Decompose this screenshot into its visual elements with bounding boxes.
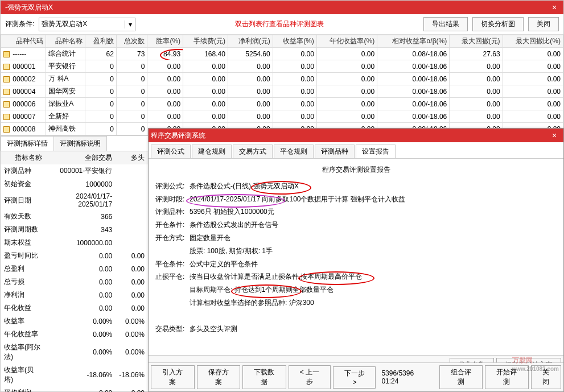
left-tabs: 评测指标详情 评测指标说明 [1, 136, 148, 151]
detail-h2: 多头 [116, 151, 148, 164]
left-panel: 评测指标详情 评测指标说明 指标名称 全部交易 多头 评测品种000001-平安… [1, 136, 149, 392]
next-button[interactable]: 下一步 > [333, 366, 376, 389]
detail-table: 指标名称 全部交易 多头 评测品种000001-平安银行初始资金1000000评… [1, 151, 148, 392]
report-titlebar[interactable]: 程序交易评测系统 × [149, 129, 563, 142]
report-title: 程序交易评测系统 [151, 131, 205, 141]
table-row[interactable]: 000004国华网安000.000.000.000.000.000.00/-18… [1, 85, 563, 98]
report-tab[interactable]: 建仓规则 [192, 145, 232, 158]
detail-row: 有效天数366 [1, 210, 148, 223]
col-header[interactable]: 净利润(元) [228, 35, 273, 48]
target-highlight: 持仓达到1个周期 [234, 286, 286, 294]
prev-button[interactable]: < 上一步 [289, 365, 331, 389]
col-header[interactable]: 最大回撤(元) [450, 35, 503, 48]
report-tabs: 评测公式建仓规则交易方式平仓规则评测品种设置报告 [149, 142, 563, 159]
results-table: 品种代码品种名称盈利数总次数胜率(%)手续费(元)净利润(元)收益率(%)年化收… [1, 35, 563, 135]
hint-text: 双击列表行查看品种评测图表 [140, 19, 419, 29]
report-tab[interactable]: 评测品种 [315, 145, 355, 158]
file-icon [3, 51, 10, 57]
col-header[interactable]: 最大回撤比(%) [503, 35, 563, 48]
col-header[interactable]: 相对收益率α/β(%) [377, 35, 450, 48]
chevron-down-icon[interactable]: ▾ [125, 20, 135, 28]
col-header[interactable]: 盈利数 [85, 35, 117, 48]
file-icon [3, 101, 10, 108]
close-icon[interactable]: × [547, 3, 561, 12]
file-icon [3, 114, 10, 120]
main-titlebar[interactable]: -强势无双启动X × [1, 1, 563, 14]
detail-h0: 指标名称 [1, 151, 46, 164]
col-header[interactable]: 胜率(%) [147, 35, 183, 48]
import-button[interactable]: 引入方案 [151, 365, 195, 389]
report-tab[interactable]: 评测公式 [151, 145, 191, 158]
report-heading: 程序交易评测设置报告 [155, 163, 557, 176]
col-header[interactable]: 总次数 [116, 35, 147, 48]
col-header[interactable]: 手续费(元) [183, 35, 228, 48]
stop-highlight: 按本周期最高价平仓 [300, 273, 362, 280]
switch-chart-button[interactable]: 切换分析图 [472, 17, 524, 31]
file-icon [3, 126, 10, 133]
detail-row: 总盈利0.000.00 [1, 262, 148, 275]
combo-eval-button[interactable]: 组合评测 [439, 365, 483, 389]
save-button[interactable]: 保存方案 [197, 365, 241, 389]
report-bar-lower: 引入方案 保存方案 下载数据 < 上一步 下一步 > 5396/5396 01:… [149, 362, 563, 391]
report-window: 程序交易评测系统 × 评测公式建仓规则交易方式平仓规则评测品种设置报告 程序交易… [148, 128, 564, 392]
col-header[interactable]: 品种代码 [1, 35, 46, 48]
condition-combobox[interactable]: ▾ [39, 18, 135, 31]
report-close-button[interactable]: 关闭 [531, 365, 561, 389]
condition-input[interactable] [39, 20, 125, 28]
detail-row: 收益率(阿尔法)0.00%0.00% [1, 341, 148, 364]
table-row[interactable]: 000002万 科A000.000.000.000.000.000.00/-18… [1, 73, 563, 85]
detail-row: 净利润0.000.00 [1, 288, 148, 302]
detail-row: 收益率(贝塔)-18.06%-18.06% [1, 364, 148, 386]
file-icon [3, 76, 10, 82]
toolbar: 评测条件: ▾ 双击列表行查看品种评测图表 导出结果 切换分析图 关闭 [1, 14, 563, 35]
table-row[interactable]: 000007全新好000.000.000.000.000.000.00/-18.… [1, 110, 563, 123]
report-tab[interactable]: 交易方式 [233, 145, 273, 158]
col-header[interactable]: 收益率(%) [273, 35, 316, 48]
detail-row: 评测日期2024/01/17-2025/01/17 [1, 191, 148, 210]
main-title: -强势无双启动X [3, 3, 53, 13]
file-icon [3, 64, 10, 70]
report-body: 程序交易评测设置报告 评测公式:条件选股公式-(日线)-强势无双启动X 评测时段… [149, 159, 563, 364]
table-row[interactable]: 000001平安银行000.000.000.000.000.000.00/-18… [1, 60, 563, 73]
export-button[interactable]: 导出结果 [423, 17, 468, 31]
detail-row: 收益率0.00%0.00% [1, 315, 148, 328]
col-header[interactable]: 年化收益率(%) [316, 35, 377, 48]
period-highlight: 2024/01/17-2025/01/17 [190, 195, 260, 203]
tab-desc[interactable]: 评测指标说明 [53, 136, 107, 151]
detail-row: 盈亏时间比0.000.00 [1, 249, 148, 262]
report-tab[interactable]: 平仓规则 [274, 145, 314, 158]
tab-detail[interactable]: 评测指标详情 [1, 136, 54, 151]
close-button[interactable]: 关闭 [528, 17, 559, 31]
report-close-icon[interactable]: × [547, 131, 561, 140]
detail-row: 平均利润0.000.00 [1, 386, 148, 392]
condition-label: 评测条件: [5, 19, 34, 29]
detail-row: 期末权益1000000.00 [1, 236, 148, 249]
progress-status: 5396/5396 01:24 [378, 369, 434, 385]
table-row[interactable]: 000006深振业A000.000.000.000.000.000.00/-18… [1, 98, 563, 110]
detail-row: 评测周期数343 [1, 223, 148, 236]
detail-row: 年化收益率0.00%0.00% [1, 328, 148, 341]
detail-row: 评测品种000001-平安银行 [1, 164, 148, 178]
detail-row: 初始资金1000000 [1, 178, 148, 191]
file-icon [3, 89, 10, 95]
download-button[interactable]: 下载数据 [242, 365, 286, 389]
report-tab[interactable]: 设置报告 [356, 145, 396, 158]
detail-h1: 全部交易 [46, 151, 116, 164]
detail-row: 总亏损0.000.00 [1, 275, 148, 288]
start-eval-button[interactable]: 开始评测 [485, 365, 529, 389]
table-row[interactable]: ------综合统计627384.93168.405254.600.000.00… [1, 48, 563, 60]
col-header[interactable]: 品种名称 [46, 35, 85, 48]
detail-row: 年化收益0.000.00 [1, 302, 148, 315]
formula-highlight: 强势无双启动X [253, 182, 299, 190]
